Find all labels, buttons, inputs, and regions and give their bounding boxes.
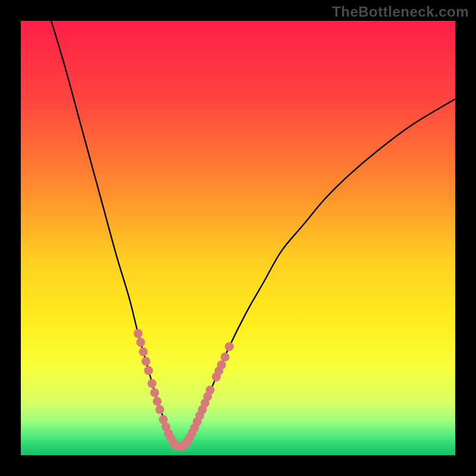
watermark-label: TheBottleneck.com: [332, 4, 469, 20]
data-marker: [206, 386, 215, 394]
chart-frame: TheBottleneck.com: [0, 0, 476, 476]
data-marker: [142, 357, 151, 366]
data-marker: [136, 338, 145, 347]
data-marker: [134, 329, 143, 338]
gradient-backdrop: [21, 21, 455, 455]
data-marker: [150, 388, 159, 397]
data-marker: [139, 347, 148, 356]
data-marker: [148, 379, 156, 388]
data-marker: [221, 353, 230, 362]
data-marker: [155, 405, 164, 414]
data-marker: [217, 361, 226, 369]
plot-area: [21, 21, 455, 455]
data-marker: [144, 366, 153, 375]
plot-svg: [21, 21, 455, 455]
data-marker: [225, 342, 234, 351]
data-marker: [153, 397, 162, 406]
